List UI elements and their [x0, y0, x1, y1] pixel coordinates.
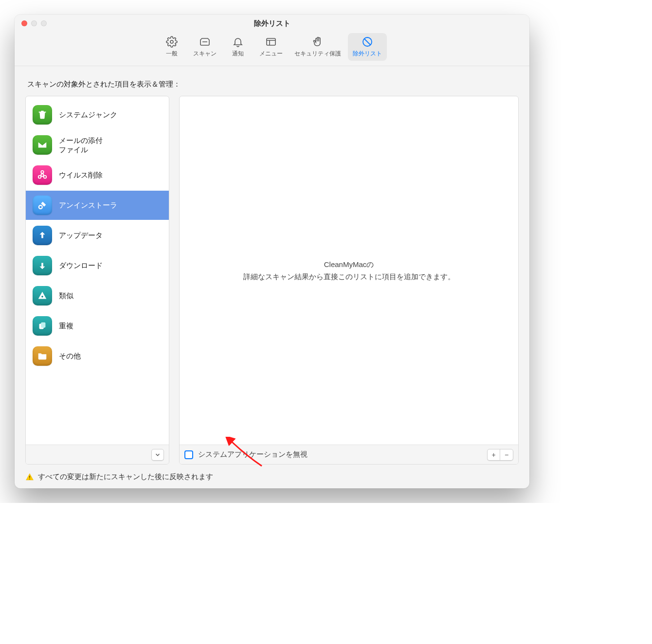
- trash-icon: [33, 105, 52, 125]
- svg-point-8: [41, 296, 43, 298]
- duplicate-icon: [33, 316, 52, 336]
- category-panel-footer: [26, 445, 169, 464]
- gear-icon: [165, 35, 179, 49]
- window-minimize-button[interactable]: [31, 20, 37, 26]
- warning-text: すべての変更は新たにスキャンした後に反映されます: [38, 472, 213, 482]
- window-zoom-button[interactable]: [41, 20, 47, 26]
- section-heading: スキャンの対象外とされた項目を表示＆管理：: [27, 80, 519, 89]
- category-duplicates[interactable]: 重複: [26, 311, 169, 340]
- category-mail-attachments[interactable]: メールの添付 ファイル: [26, 130, 169, 160]
- category-label: アップデータ: [59, 231, 103, 240]
- svg-point-5: [38, 176, 41, 179]
- category-label: その他: [59, 351, 81, 361]
- expand-button[interactable]: [151, 449, 164, 461]
- mail-icon: [33, 135, 52, 155]
- traffic-lights: [15, 20, 47, 26]
- category-other[interactable]: その他: [26, 341, 169, 371]
- category-label: メールの添付 ファイル: [59, 136, 103, 155]
- warning-row: すべての変更は新たにスキャンした後に反映されます: [25, 472, 519, 482]
- svg-point-4: [41, 171, 44, 174]
- svg-rect-1: [267, 38, 275, 45]
- category-label: ウイルス削除: [59, 170, 103, 180]
- folder-icon: [33, 346, 52, 366]
- ignore-system-apps-label: システムアプリケーションを無視: [198, 450, 482, 459]
- ignore-system-apps-checkbox[interactable]: [184, 450, 193, 459]
- add-button[interactable]: +: [488, 449, 500, 460]
- svg-point-3: [41, 174, 44, 177]
- window-close-button[interactable]: [21, 20, 27, 26]
- empty-state: CleanMyMacの 詳細なスキャン結果から直接このリストに項目を追加できます…: [180, 96, 518, 445]
- svg-rect-10: [41, 322, 45, 328]
- category-label: 類似: [59, 291, 73, 301]
- chevron-down-icon: [154, 451, 161, 458]
- empty-state-line2: 詳細なスキャン結果から直接このリストに項目を追加できます。: [243, 270, 455, 283]
- biohazard-icon: [33, 165, 52, 185]
- scan-icon: [198, 35, 212, 49]
- menu-icon: [264, 35, 278, 49]
- category-downloads[interactable]: ダウンロード: [26, 251, 169, 280]
- tab-menu[interactable]: メニュー: [254, 33, 288, 61]
- preferences-toolbar: 一般 スキャン 通知 メニュー セキュリティ保護: [15, 32, 529, 66]
- category-label: システムジャンク: [59, 110, 117, 120]
- svg-rect-11: [29, 476, 30, 478]
- tab-scan[interactable]: スキャン: [188, 33, 221, 61]
- category-updater[interactable]: アップデータ: [26, 221, 169, 250]
- category-label: ダウンロード: [59, 261, 103, 270]
- titlebar: 除外リスト: [15, 15, 529, 32]
- category-panel: システムジャンク メールの添付 ファイル ウイルス削除: [25, 96, 169, 465]
- warning-icon: [25, 473, 34, 482]
- svg-point-6: [44, 176, 47, 179]
- tab-general-label: 一般: [166, 50, 178, 58]
- arrow-down-icon: [33, 256, 52, 275]
- category-malware-removal[interactable]: ウイルス削除: [26, 161, 169, 190]
- add-remove-control: + −: [487, 449, 513, 461]
- tab-security-label: セキュリティ保護: [294, 50, 341, 58]
- arrow-up-icon: [33, 226, 52, 245]
- tab-scan-label: スキャン: [193, 50, 217, 58]
- bell-icon: [231, 35, 245, 49]
- detail-panel-footer: システムアプリケーションを無視 + −: [180, 445, 518, 464]
- hand-icon: [311, 35, 325, 49]
- detail-panel: CleanMyMacの 詳細なスキャン結果から直接このリストに項目を追加できます…: [179, 96, 519, 465]
- svg-rect-12: [29, 479, 30, 480]
- similar-icon: [33, 286, 52, 305]
- content-area: スキャンの対象外とされた項目を表示＆管理： システムジャンク メ: [15, 66, 529, 488]
- category-list[interactable]: システムジャンク メールの添付 ファイル ウイルス削除: [26, 96, 169, 445]
- category-label: アンインストーラ: [59, 200, 117, 210]
- category-uninstaller[interactable]: アンインストーラ: [26, 191, 169, 220]
- category-similar[interactable]: 類似: [26, 281, 169, 310]
- tab-general[interactable]: 一般: [157, 33, 186, 61]
- prohibit-icon: [361, 35, 374, 49]
- preferences-window: 除外リスト 一般 スキャン 通知 メニュー: [15, 15, 529, 488]
- tab-ignore-list[interactable]: 除外リスト: [348, 33, 387, 61]
- remove-button[interactable]: −: [500, 449, 513, 460]
- empty-state-line1: CleanMyMacの: [324, 258, 374, 271]
- category-label: 重複: [59, 321, 73, 331]
- category-system-junk[interactable]: システムジャンク: [26, 100, 169, 129]
- svg-point-0: [170, 40, 173, 43]
- window-title: 除外リスト: [15, 19, 529, 28]
- tab-menu-label: メニュー: [259, 50, 283, 58]
- tab-ignore-list-label: 除外リスト: [353, 50, 382, 58]
- panels: システムジャンク メールの添付 ファイル ウイルス削除: [25, 96, 519, 465]
- tab-security[interactable]: セキュリティ保護: [290, 33, 346, 61]
- uninstall-icon: [33, 196, 52, 215]
- tab-notifications[interactable]: 通知: [223, 33, 253, 61]
- tab-notifications-label: 通知: [232, 50, 244, 58]
